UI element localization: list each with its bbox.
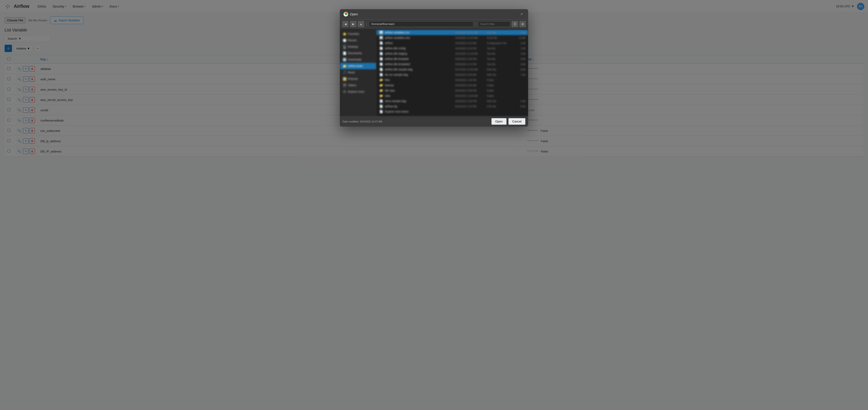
sidebar-folder[interactable]: ➕Explore more <box>340 89 376 95</box>
file-name: store sample.dag <box>385 100 453 103</box>
file-row[interactable]: 📄 airflow.cfg 9/19/2022 2:15 PM CFG file… <box>377 104 528 109</box>
file-row[interactable]: 📄 store sample.dag 9/20/2022 3:30 PM DAG… <box>377 98 528 104</box>
file-name: airflow dbt staging <box>385 52 453 55</box>
file-row[interactable]: 📊 airflow variables.csv 10/4/2022 10:47 … <box>377 30 528 35</box>
file-date: 9/23/2022 5:00 PM <box>455 89 485 92</box>
toolbar-grid-button[interactable]: ⊞ <box>520 21 526 27</box>
file-type-icon: 📊 <box>379 31 383 34</box>
dialog-open-button[interactable]: Open <box>491 118 506 125</box>
file-row[interactable]: 📁 data 9/22/2022 11:00 AM Folder <box>377 93 528 98</box>
sidebar-folder[interactable]: 🎵Music <box>340 69 376 76</box>
file-type: DAG file <box>487 73 510 76</box>
dialog-footer: Date modified: 10/4/2022 10:47 AM Open C… <box>340 116 528 127</box>
file-name: files <box>385 78 453 82</box>
file-name: airflow <box>385 41 453 45</box>
folder-label: Downloads <box>348 58 362 61</box>
dialog-cancel-button[interactable]: Cancel <box>508 118 525 125</box>
file-name: Explore more items <box>385 110 453 113</box>
file-row[interactable]: 📄 airflow dbt sample.dag 9/27/2022 10:55… <box>377 67 528 72</box>
toolbar-back-button[interactable]: ◀ <box>342 21 348 27</box>
sidebar-folder[interactable]: 📄Documents <box>340 50 376 57</box>
file-row[interactable]: 📄 db csv sample.dag 9/26/2022 9:00 AM DA… <box>377 72 528 77</box>
dialog-title: Open <box>350 12 517 16</box>
sidebar-folder[interactable]: 📁airflow-team <box>340 63 376 69</box>
file-type: CFG file <box>487 105 510 108</box>
file-date: 9/26/2022 9:00 AM <box>455 73 485 76</box>
file-name: data <box>385 94 453 98</box>
file-type: XLSX file <box>487 36 510 39</box>
file-date: 9/25/2022 1:30 PM <box>455 79 485 81</box>
file-row[interactable]: 📁 files 9/25/2022 1:30 PM Folder <box>377 77 528 82</box>
dialog-overlay: Open × ◀ ▶ ▲ ☰ ⊞ ⭐Favorites🕐Recent🖥️Desk… <box>0 0 868 410</box>
file-type-icon: 📄 <box>379 105 383 108</box>
file-name: backup <box>385 84 453 87</box>
toolbar-location-input[interactable] <box>369 21 473 27</box>
file-type: Folder <box>487 84 510 87</box>
toolbar-up-button[interactable]: ▲ <box>358 21 364 27</box>
file-row[interactable]: 📄 airflow dbt template 9/30/2022 2:00 PM… <box>377 56 528 62</box>
folder-icon: 📄 <box>343 52 346 55</box>
file-date: 10/4/2022 11:02 AM <box>455 36 485 39</box>
file-type: Folder <box>487 79 510 81</box>
file-name: airflow dbt template <box>385 57 453 61</box>
file-size: 1 kB <box>512 47 525 50</box>
dialog-close-button[interactable]: × <box>519 11 525 17</box>
sidebar-folder[interactable]: 🖥️Desktop <box>340 43 376 50</box>
toolbar-search-input[interactable] <box>478 21 510 27</box>
file-name: airflow dbt template2 <box>385 63 453 66</box>
file-row[interactable]: 📄 Explore more items <box>377 109 528 114</box>
file-size: 7 kB <box>512 73 525 76</box>
sidebar-folder[interactable]: 🕐Recent <box>340 37 376 43</box>
file-type: Text file <box>487 63 510 66</box>
file-type-icon: 📊 <box>379 36 383 39</box>
file-row[interactable]: 📄 airflow dbt config 10/2/2022 3:44 PM T… <box>377 46 528 51</box>
open-file-dialog: Open × ◀ ▶ ▲ ☰ ⊞ ⭐Favorites🕐Recent🖥️Desk… <box>340 9 528 127</box>
file-size: 1 kB <box>512 52 525 55</box>
file-type: Folder <box>487 89 510 92</box>
sidebar-folder[interactable]: 🖼️Pictures <box>340 76 376 82</box>
file-row[interactable]: 📄 airflow dbt template2 9/28/2022 4:12 P… <box>377 62 528 67</box>
file-type-icon: 📄 <box>379 110 383 113</box>
file-type: Folder <box>487 95 510 97</box>
folder-icon: ⭐ <box>343 32 346 36</box>
file-row[interactable]: 📁 backup 9/24/2022 8:45 AM Folder <box>377 82 528 88</box>
file-date: 9/24/2022 8:45 AM <box>455 84 485 87</box>
file-type-icon: 📄 <box>379 73 383 76</box>
file-date: 9/30/2022 2:00 PM <box>455 58 485 60</box>
folder-label: Recent <box>348 39 356 42</box>
file-type-icon: 📄 <box>379 68 383 71</box>
file-name: airflow variables.xlsx <box>385 36 453 39</box>
toolbar-forward-button[interactable]: ▶ <box>350 21 356 27</box>
folder-icon: 📁 <box>343 64 346 68</box>
file-type: CSV file <box>487 31 510 34</box>
file-row[interactable]: 📄 airflow dbt staging 10/1/2022 11:30 AM… <box>377 51 528 56</box>
chrome-icon <box>343 12 348 16</box>
file-name: airflow variables.csv <box>385 31 453 34</box>
file-size: 12 kB <box>512 36 525 39</box>
file-type: DAG file <box>487 100 510 102</box>
file-type: Configuration File <box>487 42 510 44</box>
sidebar-folder[interactable]: ⭐Favorites <box>340 31 376 37</box>
folder-label: Pictures <box>348 77 358 80</box>
file-type-icon: 📁 <box>379 83 383 87</box>
file-size: 3 kB <box>512 58 525 60</box>
folder-icon: 🎵 <box>343 71 346 74</box>
file-name: db csv sample.dag <box>385 73 453 76</box>
file-date: 9/22/2022 11:00 AM <box>455 95 485 97</box>
file-type-icon: 📄 <box>379 99 383 103</box>
file-name: dbt repo <box>385 89 453 92</box>
folder-icon: 🖼️ <box>343 77 346 81</box>
file-type-icon: 📄 <box>379 62 383 66</box>
file-size: 8 kB <box>512 68 525 71</box>
file-row[interactable]: 📄 airflow 10/3/2022 9:15 AM Configuratio… <box>377 40 528 46</box>
dialog-date-info: Date modified: 10/4/2022 10:47 AM <box>343 120 382 123</box>
sidebar-folder[interactable]: 🎬Videos <box>340 82 376 89</box>
folder-label: Favorites <box>348 32 359 36</box>
file-row[interactable]: 📊 airflow variables.xlsx 10/4/2022 11:02… <box>377 35 528 40</box>
sidebar-folder[interactable]: ⬇️Downloads <box>340 57 376 63</box>
file-row[interactable]: 📁 dbt repo 9/23/2022 5:00 PM Folder <box>377 88 528 93</box>
toolbar-view-button[interactable]: ☰ <box>512 21 518 27</box>
file-type-icon: 📁 <box>379 89 383 92</box>
folder-label: Desktop <box>348 45 358 48</box>
file-date: 9/27/2022 10:55 AM <box>455 68 485 71</box>
